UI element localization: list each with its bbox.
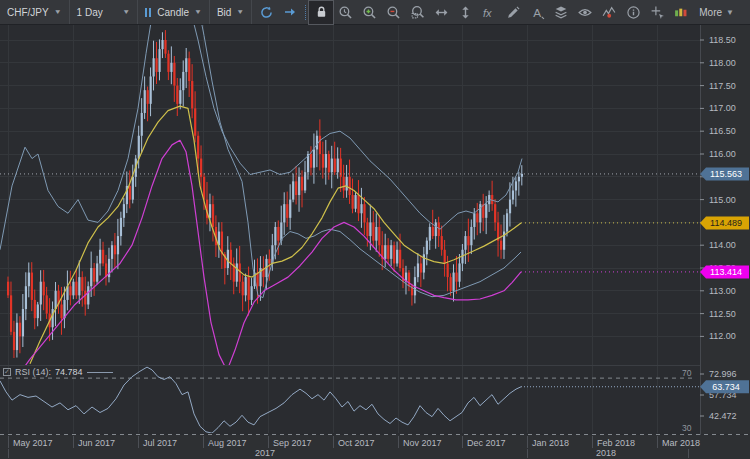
- fit-horizontal-icon[interactable]: [429, 1, 453, 24]
- rsi-indicator-label: ✓ RSI (14): 74.784: [3, 367, 113, 377]
- band-lower-line: [196, 25, 521, 298]
- svg-text:112.00: 112.00: [709, 331, 736, 341]
- svg-text:Jun 2017: Jun 2017: [78, 438, 115, 448]
- rsi-70-label: 70: [682, 368, 692, 378]
- text-tool-icon[interactable]: A: [525, 1, 549, 24]
- svg-text:116.50: 116.50: [709, 126, 736, 136]
- chevron-down-icon: ▼: [236, 8, 244, 15]
- svg-text:Sep 2017: Sep 2017: [273, 438, 312, 448]
- band-upper-line: [0, 25, 522, 250]
- svg-text:2018: 2018: [596, 448, 616, 458]
- period-dropdown[interactable]: 1 Day ▼: [70, 0, 139, 24]
- info-icon[interactable]: [621, 1, 645, 24]
- symbol-label: CHF/JPY: [7, 7, 49, 18]
- svg-text:Jul 2017: Jul 2017: [143, 438, 177, 448]
- price-side-dropdown[interactable]: Bid ▼: [210, 0, 252, 24]
- svg-text:Oct 2017: Oct 2017: [338, 438, 375, 448]
- rsi-value: 74.784: [55, 367, 83, 377]
- objects-layers-icon[interactable]: [549, 1, 573, 24]
- svg-text:Mar 2018: Mar 2018: [662, 438, 700, 448]
- svg-text:115.563: 115.563: [710, 169, 742, 179]
- refresh-icon[interactable]: [254, 1, 278, 24]
- svg-text:117.00: 117.00: [709, 103, 736, 113]
- zoom-out-icon[interactable]: [381, 1, 405, 24]
- svg-text:A: A: [533, 5, 541, 18]
- toolbar-divider: [305, 5, 306, 20]
- zoom-region-icon[interactable]: [405, 1, 429, 24]
- trading-app-window: CHF/JPY ▼ 1 Day ▼ Candle ▼ Bid ▼ fxA Mor…: [0, 0, 750, 459]
- svg-text:fx: fx: [483, 6, 492, 18]
- svg-text:118.50: 118.50: [709, 35, 736, 45]
- indicator-checkbox[interactable]: ✓: [3, 368, 11, 376]
- svg-text:Feb 2018: Feb 2018: [597, 438, 635, 448]
- chevron-down-icon: ▼: [54, 8, 62, 15]
- candles-layer: [7, 30, 523, 358]
- chart-type-dropdown[interactable]: Candle ▼: [138, 0, 210, 24]
- rsi-line: [0, 367, 521, 433]
- price-side-label: Bid: [217, 7, 231, 18]
- svg-text:Jan 2018: Jan 2018: [532, 438, 569, 448]
- rsi-30-label: 30: [682, 423, 692, 433]
- chevron-down-icon: ▼: [122, 8, 130, 15]
- svg-text:115.00: 115.00: [709, 195, 736, 205]
- svg-text:63.734: 63.734: [712, 382, 740, 392]
- svg-text:113.00: 113.00: [709, 286, 736, 296]
- svg-text:112.50: 112.50: [709, 309, 736, 319]
- svg-text:Nov 2017: Nov 2017: [403, 438, 442, 448]
- svg-text:Aug 2017: Aug 2017: [208, 438, 247, 448]
- svg-text:114.489: 114.489: [710, 218, 742, 228]
- svg-text:116.00: 116.00: [709, 149, 736, 159]
- axis-badge: 115.563: [700, 167, 749, 180]
- jump-to-latest-icon[interactable]: [278, 1, 302, 24]
- time-axis[interactable]: May 2017Jun 2017Jul 2017Aug 2017Sep 2017…: [0, 435, 750, 459]
- visibility-eye-icon[interactable]: [573, 1, 597, 24]
- svg-text:113.414: 113.414: [710, 267, 742, 277]
- axis-badge: 113.414: [700, 265, 749, 278]
- svg-text:118.00: 118.00: [709, 58, 736, 68]
- more-button[interactable]: More ▼: [693, 6, 740, 19]
- axis-badge: 63.734: [700, 380, 749, 393]
- chart-type-label: Candle: [157, 7, 189, 18]
- symbol-dropdown[interactable]: CHF/JPY ▼: [0, 0, 70, 24]
- rsi-line-sample: [87, 372, 113, 373]
- svg-text:114.00: 114.00: [709, 240, 736, 250]
- chart-colors-icon[interactable]: [669, 1, 693, 24]
- zoom-in-icon[interactable]: [357, 1, 381, 24]
- more-label: More: [699, 7, 722, 18]
- chart-canvas[interactable]: 7030118.50118.00117.50117.00116.50116.00…: [0, 25, 750, 459]
- lock-icon[interactable]: [309, 1, 333, 24]
- axis-badge: 114.489: [700, 216, 749, 229]
- patterns-icon[interactable]: [597, 1, 621, 24]
- indicators-fx-icon[interactable]: fx: [477, 1, 501, 24]
- chevron-down-icon: ▼: [726, 8, 734, 17]
- svg-text:2017: 2017: [255, 448, 275, 458]
- time-zoom-icon[interactable]: [333, 1, 357, 24]
- chart-toolbar: CHF/JPY ▼ 1 Day ▼ Candle ▼ Bid ▼ fxA Mor…: [0, 0, 750, 25]
- svg-text:117.50: 117.50: [709, 81, 736, 91]
- rsi-name: RSI (14):: [15, 367, 51, 377]
- period-label: 1 Day: [77, 7, 103, 18]
- toolbar-icon-group: fxA More ▼: [252, 0, 750, 24]
- svg-text:42.472: 42.472: [709, 411, 737, 421]
- price-axis[interactable]: 118.50118.00117.50117.00116.50116.00115.…: [700, 25, 750, 459]
- svg-text:72.996: 72.996: [709, 369, 737, 379]
- crosshair-icon[interactable]: [645, 1, 669, 24]
- svg-text:May 2017: May 2017: [13, 438, 53, 448]
- svg-text:Dec 2017: Dec 2017: [467, 438, 506, 448]
- fit-vertical-icon[interactable]: [453, 1, 477, 24]
- draw-pencil-icon[interactable]: [501, 1, 525, 24]
- candle-type-icon: [145, 8, 151, 17]
- chevron-down-icon: ▼: [194, 8, 202, 15]
